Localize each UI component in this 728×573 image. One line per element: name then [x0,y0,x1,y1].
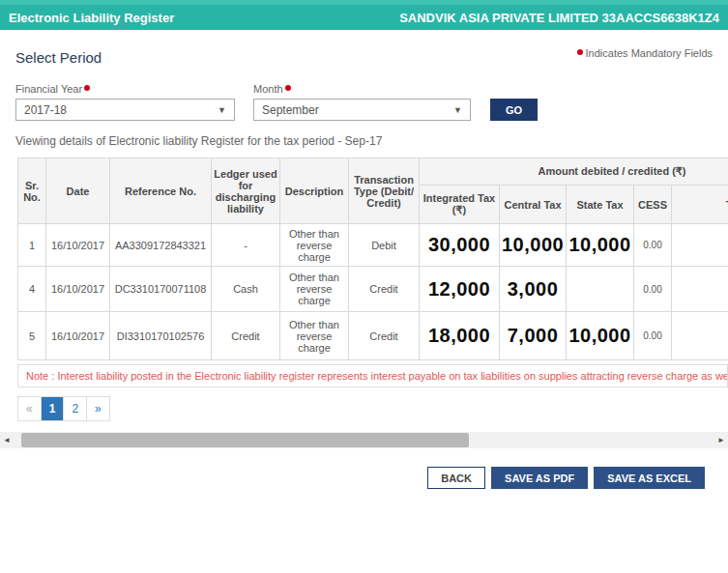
section-title: Select Period [15,49,102,66]
horizontal-scrollbar[interactable]: ◄ ► [0,432,728,448]
pagination-page-2[interactable]: 2 [64,397,87,420]
pagination-next-button[interactable]: » [87,397,109,420]
cell-sr-no: 1 [18,224,46,267]
cell-description: Other than reverse charge [280,312,349,360]
table-row: 4 16/10/2017 DC3310170071108 Cash Other … [18,267,728,312]
cell-reference-no: AA3309172843321 [110,224,212,267]
cell-total [672,312,728,360]
cell-state-tax [567,267,634,312]
month-select[interactable]: September ▼ [253,99,471,121]
mandatory-fields-note: Indicates Mandatory Fields [577,47,713,59]
financial-year-label: Financial Year [15,83,235,95]
col-header-sr-no: Sr. No. [18,158,46,224]
cell-cess: 0.00 [634,224,672,267]
taxpayer-name-gstin: SANDVIK ASIA PRIVATE LIMITED 33AACCS6638… [399,11,719,25]
cell-date: 16/10/2017 [46,224,110,267]
scrollbar-thumb[interactable] [21,433,469,447]
mandatory-dot-icon [84,85,90,91]
financial-year-select[interactable]: 2017-18 ▼ [15,99,235,121]
cell-sr-no: 5 [18,312,46,360]
col-header-ledger: Ledger used for discharging liability [212,158,280,224]
col-header-amount-group: Amount debited / credited (₹) [420,158,728,186]
pagination-prev-button[interactable]: « [18,397,42,420]
save-as-pdf-button[interactable]: SAVE AS PDF [491,467,588,489]
cell-cess: 0.00 [634,267,672,312]
mandatory-dot-icon [577,49,583,55]
cell-date: 16/10/2017 [46,267,110,312]
cell-sr-no: 4 [18,267,46,312]
cell-ledger: Credit [212,312,280,360]
viewing-period-text: Viewing details of Electronic liability … [15,134,713,148]
cell-central-tax: 3,000 [500,267,567,312]
page-title: Electronic Liability Register [9,11,174,25]
cell-state-tax: 10,000 [567,312,634,360]
cell-total [672,267,728,312]
cell-integrated-tax: 18,000 [420,312,500,360]
cell-integrated-tax: 30,000 [420,224,500,267]
col-header-description: Description [280,158,349,224]
mandatory-dot-icon [285,85,291,91]
table-row: 5 16/10/2017 DI3310170102576 Credit Othe… [18,312,728,360]
cell-transaction-type: Debit [349,224,420,267]
go-button[interactable]: GO [490,99,538,121]
cell-ledger: - [212,224,280,267]
month-label: Month [253,83,471,95]
cell-state-tax: 10,000 [567,224,634,267]
pagination: « 1 2 » [17,396,110,421]
cell-date: 16/10/2017 [46,312,110,360]
cell-reference-no: DC3310170071108 [110,267,212,312]
cell-reference-no: DI3310170102576 [110,312,212,360]
liability-table: Sr. No. Date Reference No. Ledger used f… [17,158,728,360]
col-header-total: Total [672,186,728,224]
cell-central-tax: 7,000 [500,312,567,360]
interest-liability-note: Note : Interest liability posted in the … [17,364,728,387]
chevron-down-icon: ▼ [218,105,226,115]
cell-transaction-type: Credit [349,312,420,360]
pagination-page-1[interactable]: 1 [42,397,65,420]
cell-transaction-type: Credit [349,267,420,312]
col-header-reference-no: Reference No. [110,158,212,224]
cell-central-tax: 10,000 [500,224,567,267]
cell-total [672,224,728,267]
app-header: Electronic Liability Register SANDVIK AS… [0,0,728,30]
cell-ledger: Cash [212,267,280,312]
chevron-down-icon: ▼ [453,105,462,115]
col-header-state-tax: State Tax [567,186,634,224]
table-row: 1 16/10/2017 AA3309172843321 - Other tha… [18,224,728,267]
liability-table-container: Sr. No. Date Reference No. Ledger used f… [17,158,728,360]
scroll-right-icon[interactable]: ► [714,432,728,448]
save-as-excel-button[interactable]: SAVE AS EXCEL [594,467,705,489]
col-header-central-tax: Central Tax [500,186,567,224]
cell-integrated-tax: 12,000 [420,267,500,312]
col-header-date: Date [46,158,110,224]
col-header-cess: CESS [634,186,672,224]
cell-description: Other than reverse charge [280,224,349,267]
cell-description: Other than reverse charge [280,267,349,312]
col-header-transaction-type: Transaction Type (Debit/ Credit) [349,158,420,224]
col-header-integrated-tax: Integrated Tax (₹) [420,186,500,224]
back-button[interactable]: BACK [427,467,485,489]
scroll-left-icon[interactable]: ◄ [0,432,14,448]
cell-cess: 0.00 [634,312,672,360]
